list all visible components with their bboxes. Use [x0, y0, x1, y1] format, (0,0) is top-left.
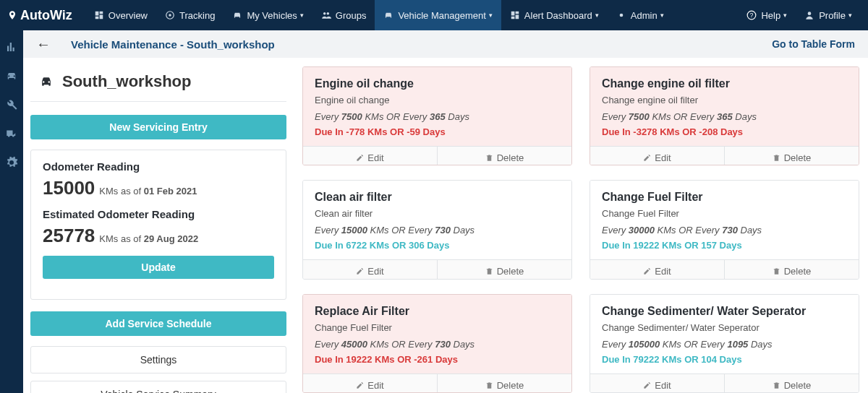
edit-button[interactable]: Edit: [590, 260, 724, 279]
edit-button[interactable]: Edit: [590, 374, 724, 393]
delete-button[interactable]: Delete: [724, 374, 859, 393]
pencil-icon: [356, 154, 364, 162]
trash-icon: [773, 381, 780, 389]
trash-icon: [485, 381, 493, 389]
nav-my-vehicles[interactable]: My Vehicles▾: [224, 0, 312, 30]
odometer-value: 15000: [43, 177, 95, 199]
odometer-box: Odometer Reading 15000 KMs as of 01 Feb …: [30, 150, 286, 300]
edit-button[interactable]: Edit: [590, 147, 724, 165]
svg-point-1: [323, 12, 326, 15]
brand-text: AutoWiz: [20, 8, 72, 23]
service-due: Due In -3278 KMs OR -208 Days: [602, 126, 847, 137]
caret-icon: ▾: [848, 12, 852, 19]
delete-button[interactable]: Delete: [437, 374, 571, 393]
service-card: Change Fuel FilterChange Fuel FilterEver…: [590, 180, 859, 279]
nav-vehicle-management[interactable]: Vehicle Management▾: [375, 0, 501, 30]
pencil-icon: [643, 267, 651, 275]
service-subtitle: Change Fuel Filter: [315, 322, 560, 333]
service-card: Replace Air FilterChange Fuel FilterEver…: [302, 294, 572, 393]
pencil-icon: [643, 381, 651, 389]
nav-admin[interactable]: Admin▾: [608, 0, 673, 30]
vehicle-name: South_workshop: [62, 72, 191, 91]
truck-icon[interactable]: [5, 127, 18, 140]
breadcrumb: ← Vehicle Maintenance - South_workshop G…: [23, 30, 868, 58]
trash-icon: [485, 154, 493, 162]
new-servicing-button[interactable]: New Servicing Entry: [30, 115, 286, 139]
left-panel: South_workshop New Servicing Entry Odome…: [26, 66, 286, 393]
caret-icon: ▾: [660, 12, 664, 19]
service-due: Due In 79222 KMs OR 104 Days: [602, 354, 847, 365]
service-subtitle: Engine oil change: [315, 95, 560, 105]
service-title: Change Sedimenter/ Water Seperator: [602, 305, 847, 318]
svg-point-2: [326, 12, 329, 15]
trash-icon: [773, 267, 780, 275]
caret-icon: ▾: [300, 12, 304, 19]
odometer-date: 01 Feb 2021: [144, 186, 197, 196]
table-form-link[interactable]: Go to Table Form: [772, 38, 855, 50]
service-subtitle: Change Fuel Filter: [602, 208, 847, 219]
wrench-icon[interactable]: [5, 98, 18, 111]
pin-icon: [7, 9, 17, 22]
service-title: Replace Air Filter: [315, 305, 560, 318]
service-title: Engine oil change: [315, 77, 560, 90]
chart-icon[interactable]: [5, 40, 18, 53]
page-title: Vehicle Maintenance - South_workshop: [71, 38, 275, 51]
trash-icon: [773, 154, 780, 162]
service-due: Due In 19222 KMs OR -261 Days: [315, 354, 560, 365]
est-odometer-label: Estimated Odometer Reading: [43, 208, 274, 220]
trash-icon: [485, 267, 493, 275]
service-interval: Every 7500 KMs OR Every 365 Days: [315, 111, 560, 122]
update-button[interactable]: Update: [43, 256, 274, 279]
nav-profile[interactable]: Profile▾: [796, 0, 861, 30]
caret-icon: ▾: [489, 12, 493, 19]
service-due: Due In -778 KMs OR -59 Days: [315, 126, 560, 137]
back-arrow[interactable]: ←: [36, 36, 51, 53]
service-subtitle: Clean air filter: [315, 208, 560, 219]
service-interval: Every 15000 KMs OR Every 730 Days: [315, 225, 560, 236]
est-odometer-date: 29 Aug 2022: [144, 233, 198, 244]
service-title: Clean air filter: [315, 191, 560, 204]
edit-button[interactable]: Edit: [303, 374, 437, 393]
delete-button[interactable]: Delete: [724, 260, 859, 279]
summary-button[interactable]: Vehicle Service Summary: [30, 381, 286, 393]
car-icon[interactable]: [5, 69, 18, 82]
service-title: Change engine oil filter: [602, 77, 847, 90]
gear-icon[interactable]: [5, 156, 18, 169]
service-card: Change engine oil filterChange engine oi…: [590, 66, 859, 165]
service-subtitle: Change Sedimenter/ Water Seperator: [602, 322, 847, 333]
edit-button[interactable]: Edit: [303, 147, 437, 165]
service-interval: Every 45000 KMs OR Every 730 Days: [315, 339, 560, 350]
svg-point-5: [808, 12, 812, 15]
add-schedule-button[interactable]: Add Service Schedule: [30, 311, 286, 336]
caret-icon: ▾: [595, 12, 599, 19]
service-due: Due In 19222 KMs OR 157 Days: [602, 240, 847, 251]
service-due: Due In 6722 KMs OR 306 Days: [315, 240, 560, 251]
nav-groups[interactable]: Groups: [312, 0, 375, 30]
vehicle-header: South_workshop: [30, 66, 286, 102]
pencil-icon: [643, 154, 651, 162]
delete-button[interactable]: Delete: [437, 260, 571, 279]
service-interval: Every 30000 KMs OR Every 730 Days: [602, 225, 847, 236]
logo[interactable]: AutoWiz: [7, 8, 72, 23]
service-subtitle: Change engine oil filter: [602, 95, 847, 105]
delete-button[interactable]: Delete: [724, 147, 859, 165]
nav-tracking[interactable]: Tracking: [156, 0, 224, 30]
edit-button[interactable]: Edit: [303, 260, 437, 279]
nav-overview[interactable]: Overview: [85, 0, 156, 30]
nav-help[interactable]: ?Help▾: [738, 0, 796, 30]
svg-point-0: [169, 14, 171, 17]
pencil-icon: [356, 381, 364, 389]
pencil-icon: [356, 267, 364, 275]
service-card: Clean air filterClean air filterEvery 15…: [302, 180, 572, 279]
delete-button[interactable]: Delete: [437, 147, 571, 165]
top-nav: AutoWiz OverviewTrackingMy Vehicles▾Grou…: [0, 0, 868, 30]
service-card: Engine oil changeEngine oil changeEvery …: [302, 66, 572, 165]
service-interval: Every 7500 KMs OR Every 365 Days: [602, 111, 847, 122]
caret-icon: ▾: [783, 12, 787, 19]
est-odometer-value: 25778: [43, 225, 95, 247]
service-card: Change Sedimenter/ Water SeperatorChange…: [590, 294, 859, 393]
sidebar: [0, 30, 23, 393]
nav-alert-dashboard[interactable]: Alert Dashboard▾: [501, 0, 608, 30]
settings-button[interactable]: Settings: [30, 346, 286, 373]
service-interval: Every 105000 KMs OR Every 1095 Days: [602, 339, 847, 350]
